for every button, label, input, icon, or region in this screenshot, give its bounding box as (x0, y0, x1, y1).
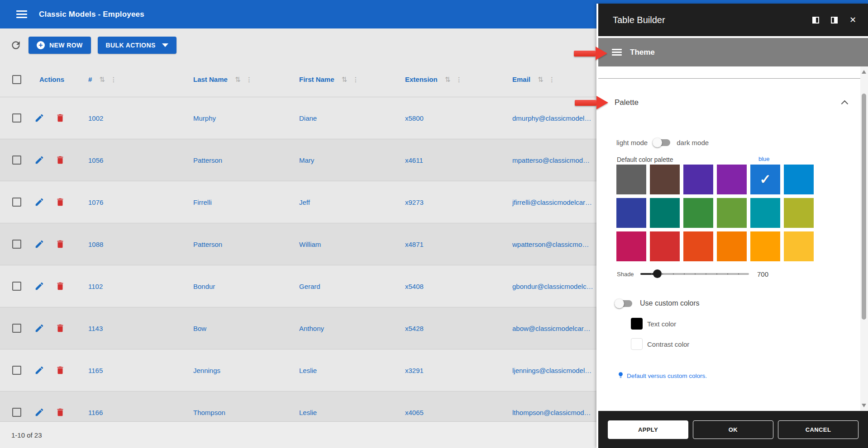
bulk-actions-button[interactable]: BULK ACTIONS (98, 37, 176, 54)
delete-icon[interactable] (55, 155, 65, 165)
color-swatch-amber[interactable] (750, 231, 780, 261)
row-checkbox[interactable] (12, 240, 21, 249)
menu-icon[interactable] (16, 10, 27, 18)
delete-icon[interactable] (55, 281, 65, 291)
column-header-actions[interactable]: Actions (33, 75, 81, 83)
color-swatch-green[interactable] (683, 198, 713, 228)
color-swatch-light-blue[interactable] (784, 165, 814, 194)
delete-icon[interactable] (55, 407, 65, 417)
hint-link[interactable]: Default versus custom colors. (627, 373, 707, 379)
table-row: 1143BowAnthonyx5428abow@classicmodelcar… (0, 307, 596, 349)
color-swatch-red[interactable] (650, 231, 680, 261)
use-custom-colors-toggle[interactable] (616, 300, 632, 307)
row-checkbox[interactable] (12, 282, 21, 291)
row-checkbox[interactable] (12, 113, 21, 123)
color-swatch-orange[interactable] (717, 231, 747, 261)
cell-email: jfirrelli@classicmodelcar… (506, 198, 596, 206)
edit-icon[interactable] (34, 155, 44, 165)
cell-last-name: Jennings (186, 367, 292, 374)
refresh-icon[interactable] (10, 39, 22, 51)
delete-icon[interactable] (55, 113, 65, 123)
row-checkbox[interactable] (12, 324, 21, 333)
contrast-color-label: Contrast color (647, 340, 689, 348)
theme-section-header[interactable]: Theme (598, 38, 868, 66)
new-row-label: NEW ROW (49, 42, 83, 49)
dock-right-icon[interactable] (831, 17, 838, 24)
color-swatch-brown[interactable] (650, 165, 680, 194)
column-header--[interactable]: #⇅⋮ (81, 75, 186, 84)
slider-track[interactable] (640, 273, 749, 275)
cell-email: wpatterson@classicmo… (506, 241, 596, 248)
table-footer: 1-10 of 23 (0, 421, 596, 448)
table-body: 1002MurphyDianex5800dmurphy@classicmodel… (0, 97, 596, 421)
close-icon[interactable]: ✕ (849, 16, 856, 24)
color-swatch-blue[interactable]: ✓ (750, 165, 780, 194)
color-swatch-pink[interactable] (616, 231, 646, 261)
edit-icon[interactable] (34, 407, 44, 417)
scroll-down-icon[interactable] (862, 404, 866, 407)
column-header-last-name[interactable]: Last Name⇅⋮ (186, 75, 292, 84)
color-swatch-deep-purple[interactable] (683, 165, 713, 194)
column-header-first-name[interactable]: First Name⇅⋮ (292, 75, 398, 84)
annotation-arrow-theme (574, 47, 607, 60)
row-checkbox[interactable] (12, 156, 21, 165)
sort-icon[interactable]: ⇅ (235, 75, 241, 84)
column-menu-icon[interactable]: ⋮ (353, 76, 359, 83)
text-color-swatch[interactable] (631, 318, 643, 330)
edit-icon[interactable] (34, 281, 44, 291)
table-header: Actions#⇅⋮Last Name⇅⋮First Name⇅⋮Extensi… (0, 62, 596, 97)
delete-icon[interactable] (55, 365, 65, 375)
panel-scrollbar[interactable] (860, 66, 868, 411)
color-swatch-purple[interactable] (717, 165, 747, 194)
cell-last-name: Patterson (186, 241, 292, 248)
light-mode-label: light mode (616, 139, 648, 146)
column-menu-icon[interactable]: ⋮ (110, 76, 117, 83)
cancel-button[interactable]: CANCEL (778, 420, 858, 439)
edit-icon[interactable] (34, 113, 44, 123)
color-swatch-deep-orange[interactable] (683, 231, 713, 261)
color-swatch-indigo[interactable] (616, 198, 646, 228)
delete-icon[interactable] (55, 239, 65, 249)
pagination-status: 1-10 of 23 (11, 431, 42, 439)
color-swatch-teal[interactable] (650, 198, 680, 228)
scroll-up-icon[interactable] (862, 70, 866, 74)
chevron-down-icon (162, 43, 168, 47)
row-checkbox[interactable] (12, 198, 21, 207)
row-checkbox[interactable] (12, 408, 21, 417)
row-checkbox[interactable] (12, 366, 21, 375)
cell-number: 1166 (81, 409, 186, 416)
dock-left-icon[interactable] (812, 17, 819, 24)
color-swatch-yellow[interactable] (784, 231, 814, 261)
new-row-button[interactable]: + NEW ROW (29, 37, 91, 54)
sort-icon[interactable]: ⇅ (342, 75, 348, 84)
shade-slider[interactable] (640, 269, 749, 279)
color-swatch-cyan[interactable] (750, 198, 780, 228)
cell-number: 1088 (81, 241, 186, 248)
contrast-color-swatch[interactable] (631, 338, 643, 350)
column-menu-icon[interactable]: ⋮ (456, 76, 462, 83)
column-header-email[interactable]: Email⇅⋮ (506, 75, 596, 84)
sort-icon[interactable]: ⇅ (445, 75, 451, 84)
column-header-extension[interactable]: Extension⇅⋮ (398, 75, 506, 84)
select-all-checkbox[interactable] (12, 75, 21, 84)
edit-icon[interactable] (34, 239, 44, 249)
scrollbar-thumb[interactable] (862, 94, 866, 320)
edit-icon[interactable] (34, 365, 44, 375)
edit-icon[interactable] (34, 197, 44, 207)
sort-icon[interactable]: ⇅ (99, 75, 105, 84)
column-menu-icon[interactable]: ⋮ (549, 76, 555, 83)
edit-icon[interactable] (34, 323, 44, 333)
apply-button[interactable]: APPLY (608, 420, 688, 439)
delete-icon[interactable] (55, 323, 65, 333)
slider-thumb[interactable] (653, 269, 662, 278)
annotation-arrow-palette (575, 96, 608, 109)
ok-button[interactable]: OK (693, 420, 773, 439)
column-menu-icon[interactable]: ⋮ (246, 76, 252, 83)
chevron-up-icon[interactable] (841, 100, 849, 107)
delete-icon[interactable] (55, 197, 65, 207)
sort-icon[interactable]: ⇅ (538, 75, 544, 84)
color-swatch-grey[interactable] (616, 165, 646, 194)
color-swatch-light-green[interactable] (717, 198, 747, 228)
color-swatch-lime[interactable] (784, 198, 814, 228)
dark-mode-toggle[interactable] (654, 139, 670, 146)
